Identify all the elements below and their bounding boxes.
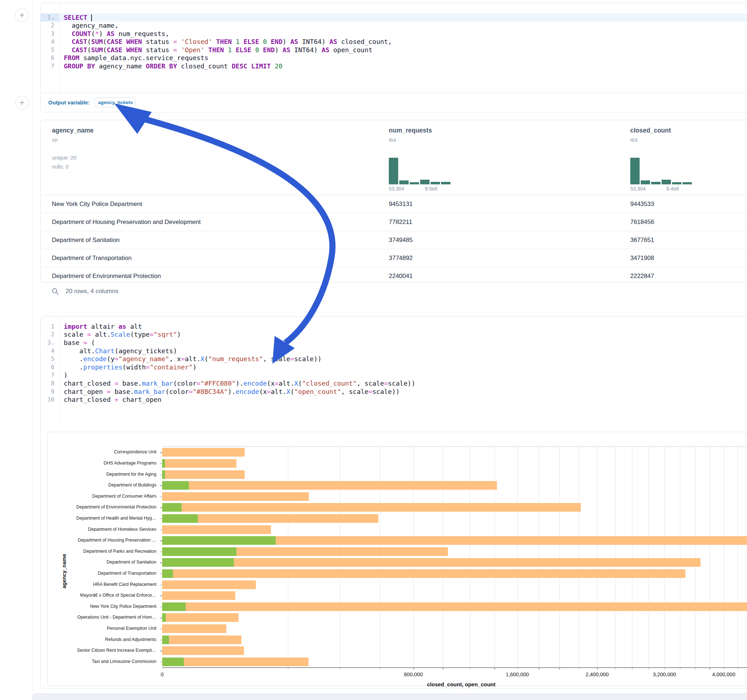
code-line[interactable]: 5 CAST(SUM(CASE WHEN status = 'Open' THE… bbox=[41, 46, 747, 54]
chart-y-axis-label: New York City Police Department bbox=[48, 604, 156, 609]
chart-gridline bbox=[579, 447, 579, 667]
bar-closed-count bbox=[162, 602, 747, 611]
code-text: .encode(y="agency_name", x=alt.X("num_re… bbox=[59, 355, 321, 363]
code-line[interactable]: 7GROUP BY agency_name ORDER BY closed_co… bbox=[41, 62, 747, 70]
chart-gridline bbox=[494, 447, 495, 667]
code-line[interactable]: 6 .properties(width="container") bbox=[41, 363, 747, 371]
code-line[interactable]: 10chart_closed + chart_open bbox=[41, 395, 747, 404]
table-cell: Department of Environmental Protection bbox=[52, 267, 161, 283]
chart-plot-area: Correspondence UnitDHS Advantage Program… bbox=[162, 447, 747, 668]
collapse-chevron-icon[interactable]: ⌄ bbox=[52, 15, 54, 20]
output-variable-label: Output variable: bbox=[48, 100, 90, 106]
next-cell-collapsed[interactable] bbox=[32, 694, 747, 700]
chart-y-tick bbox=[160, 662, 162, 662]
collapse-chevron-icon[interactable]: ⌄ bbox=[52, 340, 54, 345]
chart-x-axis-label: 4,000,000 bbox=[712, 671, 735, 677]
chart-x-tick bbox=[494, 667, 495, 669]
chart-x-tick bbox=[443, 667, 444, 669]
chart-x-tick bbox=[413, 667, 414, 669]
bar-open-count bbox=[162, 536, 276, 545]
table-row[interactable]: New York City Police Department945313194… bbox=[41, 195, 747, 213]
chart-gridline bbox=[695, 447, 696, 667]
chart-y-tick bbox=[160, 507, 162, 508]
table-cell: Department of Sanitation bbox=[52, 231, 119, 249]
chart-gridline bbox=[632, 447, 632, 667]
line-number: 2 bbox=[41, 330, 59, 339]
table-row[interactable]: Department of Transportation377489234719… bbox=[41, 249, 747, 267]
code-line[interactable]: 5 .encode(y="agency_name", x=alt.X("num_… bbox=[41, 355, 747, 363]
line-number: 9 bbox=[41, 388, 59, 396]
chart-y-tick bbox=[160, 617, 162, 618]
line-number: 7 bbox=[41, 62, 59, 70]
table-cell: 9453131 bbox=[389, 195, 413, 213]
python-editor[interactable]: 1import altair as alt2scale = alt.Scale(… bbox=[41, 317, 747, 404]
line-number: 6 bbox=[41, 54, 59, 62]
code-line[interactable]: 1import altair as alt bbox=[41, 322, 747, 330]
code-line[interactable]: 2 agency_name, bbox=[41, 22, 747, 30]
bar-open-count bbox=[162, 569, 173, 578]
code-text: alt.Chart(agency_tickets) bbox=[59, 347, 177, 355]
code-line[interactable]: 6FROM sample_data.nyc.service_requests bbox=[41, 54, 747, 62]
histogram-bar bbox=[389, 158, 398, 184]
code-line[interactable]: 2scale = alt.Scale(type="sqrt") bbox=[41, 330, 747, 339]
code-line[interactable]: 9chart_open = base.mark_bar(color="#8BC3… bbox=[41, 388, 747, 396]
histogram-min-label: 53,304 bbox=[630, 186, 646, 192]
search-icon[interactable] bbox=[51, 287, 59, 295]
table-row[interactable]: Department of Sanitation37494853677651 bbox=[41, 231, 747, 249]
table-dimensions-label: 20 rows, 4 columns bbox=[66, 288, 118, 295]
chart-x-tick bbox=[738, 667, 738, 669]
table-header: agency_namestrunique: 20nulls: 0num_requ… bbox=[41, 120, 747, 195]
sql-editor[interactable]: 1⌄SELECT 2 agency_name,3 COUNT(*) AS num… bbox=[41, 3, 747, 70]
chart-y-tick bbox=[160, 540, 162, 541]
chart-gridline bbox=[517, 447, 518, 667]
bar-closed-count bbox=[162, 448, 245, 457]
table-cell: 3677651 bbox=[630, 231, 654, 249]
chart-y-tick bbox=[160, 496, 162, 497]
chart-y-tick bbox=[160, 486, 162, 486]
table-cell: Department of Transportation bbox=[52, 249, 132, 267]
output-variable-pill[interactable]: agency_tickets bbox=[94, 98, 136, 107]
chart-gridline bbox=[288, 447, 288, 667]
column-histogram bbox=[630, 158, 692, 184]
column-name: closed_count bbox=[630, 127, 671, 134]
chart-x-tick bbox=[579, 667, 579, 669]
bar-open-count bbox=[162, 658, 184, 666]
bar-closed-count bbox=[162, 569, 685, 578]
table-row[interactable]: Department of Environmental Protection22… bbox=[41, 267, 747, 283]
chart-y-axis-label: Senior Citizen Rent Increase Exempti… bbox=[48, 648, 156, 653]
chart-y-axis-label: Department of Parks and Recreation bbox=[48, 549, 156, 554]
bar-open-count bbox=[162, 459, 165, 468]
chart-y-axis-label: Operations Unit - Department of Hom… bbox=[48, 615, 156, 620]
code-text: FROM sample_data.nyc.service_requests bbox=[59, 54, 208, 62]
chart-y-axis-label: Taxi and Limousine Commission bbox=[48, 659, 156, 664]
chart-x-tick bbox=[649, 667, 649, 669]
add-cell-button-middle[interactable]: + bbox=[15, 96, 29, 109]
code-text: CAST(SUM(CASE WHEN status = 'Closed' THE… bbox=[59, 38, 392, 45]
chart-y-axis-label: Department of Homeless Services bbox=[48, 527, 156, 532]
code-text: chart_closed = base.mark_bar(color="#FFC… bbox=[59, 380, 415, 387]
code-line[interactable]: 1⌄SELECT bbox=[41, 13, 747, 22]
table-row[interactable]: Department of Housing Preservation and D… bbox=[41, 213, 747, 231]
chart-y-tick bbox=[160, 552, 162, 552]
chart-y-tick bbox=[160, 640, 162, 641]
code-line[interactable]: 3 COUNT(*) AS num_requests, bbox=[41, 30, 747, 38]
bar-closed-count bbox=[162, 646, 244, 655]
chart-gridline bbox=[340, 447, 340, 667]
code-line[interactable]: 8chart_closed = base.mark_bar(color="#FF… bbox=[41, 379, 747, 388]
code-line[interactable]: 7) bbox=[41, 371, 747, 380]
line-number: 4 bbox=[41, 38, 59, 46]
table-body: New York City Police Department945313194… bbox=[41, 195, 747, 283]
chart-y-axis-label: Personal Exemption Unit bbox=[48, 626, 156, 631]
column-type: i64 bbox=[630, 137, 637, 143]
bar-closed-count bbox=[162, 591, 235, 600]
add-cell-button-top[interactable]: + bbox=[15, 8, 29, 22]
code-line[interactable]: 4 alt.Chart(agency_tickets) bbox=[41, 347, 747, 355]
chart-gridline bbox=[649, 447, 649, 667]
chart-gridline bbox=[443, 447, 443, 667]
bar-open-count bbox=[162, 470, 165, 479]
code-line[interactable]: 3⌄base = ( bbox=[41, 338, 747, 347]
line-number: 3 bbox=[41, 30, 59, 38]
chart-gridline bbox=[380, 447, 380, 667]
bar-open-count bbox=[162, 481, 189, 490]
code-line[interactable]: 4 CAST(SUM(CASE WHEN status = 'Closed' T… bbox=[41, 38, 747, 46]
